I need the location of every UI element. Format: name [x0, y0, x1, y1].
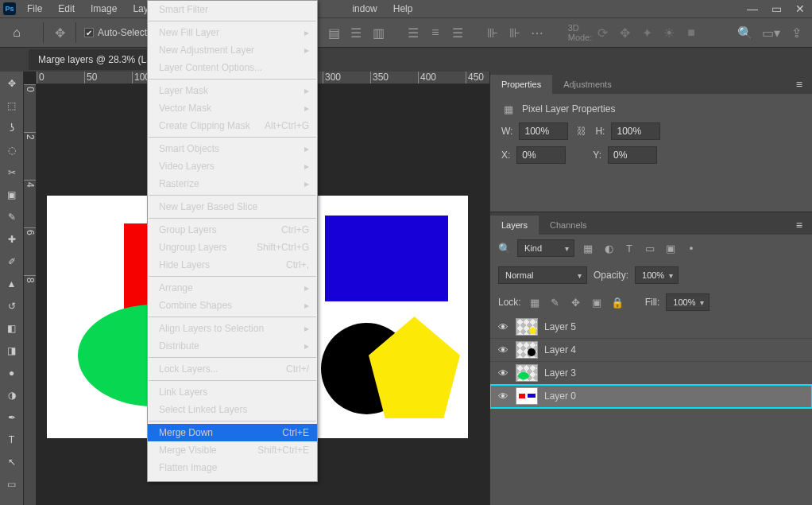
- filter-adjust-icon[interactable]: ◐: [601, 241, 616, 255]
- x-field[interactable]: 0%: [516, 146, 566, 164]
- tab-channels[interactable]: Channels: [539, 216, 597, 235]
- layer-row[interactable]: 👁 Layer 4: [490, 339, 812, 362]
- filter-kind-dropdown[interactable]: Kind: [517, 239, 574, 257]
- lock-art-icon[interactable]: ▣: [590, 295, 604, 309]
- more-icon[interactable]: ⋯: [529, 25, 545, 41]
- align-middle-icon[interactable]: ≡: [427, 25, 443, 41]
- mi-merge-visible[interactable]: Merge VisibleShift+Ctrl+E: [148, 441, 317, 459]
- pen-tool-icon[interactable]: ✒: [3, 409, 21, 426]
- mi-video-layers[interactable]: Video Layers▸: [148, 157, 317, 175]
- mi-vector-mask[interactable]: Vector Mask▸: [148, 99, 317, 117]
- move-tool-icon[interactable]: ✥: [3, 75, 21, 92]
- blur-tool-icon[interactable]: ●: [3, 364, 21, 382]
- auto-select-checkbox[interactable]: ✔: [84, 28, 94, 37]
- w-field[interactable]: 100%: [519, 122, 568, 140]
- mi-new-adjustment-layer[interactable]: New Adjustment Layer▸: [148, 41, 317, 59]
- 3d-orbit-icon[interactable]: ⟳: [594, 25, 610, 41]
- mi-flatten-image[interactable]: Flatten Image: [148, 459, 317, 476]
- align-top-icon[interactable]: ☰: [405, 25, 421, 41]
- visibility-icon[interactable]: 👁: [497, 321, 509, 333]
- shape-blue-rect[interactable]: [325, 216, 448, 301]
- mi-smart-objects[interactable]: Smart Objects▸: [148, 140, 317, 157]
- history-brush-icon[interactable]: ↺: [3, 297, 21, 315]
- filter-shape-icon[interactable]: ▭: [643, 241, 657, 255]
- filter-toggle-icon[interactable]: ●: [684, 241, 698, 255]
- window-close-icon[interactable]: ✕: [788, 0, 812, 17]
- crop-tool-icon[interactable]: ✂: [3, 164, 21, 181]
- align-center-h-icon[interactable]: ☰: [348, 25, 364, 41]
- menu-help[interactable]: Help: [393, 3, 413, 14]
- shape-tool-icon[interactable]: ▭: [3, 476, 21, 493]
- eyedropper-tool-icon[interactable]: ✎: [3, 208, 21, 226]
- mi-new-fill-layer[interactable]: New Fill Layer▸: [148, 24, 317, 41]
- 3d-light-icon[interactable]: ☀: [661, 25, 677, 41]
- y-field[interactable]: 0%: [608, 146, 657, 164]
- mi-lock-layers[interactable]: Lock Layers...Ctrl+/: [148, 360, 317, 378]
- menu-image[interactable]: Image: [91, 3, 117, 14]
- lock-trans-icon[interactable]: ▦: [528, 295, 542, 309]
- align-right-icon[interactable]: ▥: [370, 25, 386, 41]
- lock-pos-icon[interactable]: ✥: [569, 295, 583, 309]
- mi-group-layers[interactable]: Group LayersCtrl+G: [148, 221, 317, 239]
- layer-row[interactable]: 👁 Layer 5: [490, 316, 812, 339]
- align-bottom-icon[interactable]: ☰: [450, 25, 466, 41]
- mi-merge-down[interactable]: Merge DownCtrl+E: [148, 424, 317, 441]
- dodge-tool-icon[interactable]: ◑: [3, 387, 21, 404]
- mi-hide-layers[interactable]: Hide LayersCtrl+,: [148, 256, 317, 274]
- search-icon[interactable]: 🔍: [737, 25, 753, 41]
- frame-tool-icon[interactable]: ▣: [3, 186, 21, 204]
- filter-pixel-icon[interactable]: ▦: [581, 241, 595, 255]
- type-tool-icon[interactable]: T: [3, 431, 21, 449]
- mi-align[interactable]: Align Layers to Selection▸: [148, 320, 317, 337]
- tab-layers[interactable]: Layers: [490, 216, 539, 235]
- path-select-icon[interactable]: ↖: [3, 453, 21, 471]
- lasso-tool-icon[interactable]: ʖ: [3, 119, 21, 137]
- panel-menu-icon[interactable]: ≡: [793, 216, 806, 235]
- tab-properties[interactable]: Properties: [490, 75, 552, 94]
- menu-edit[interactable]: Edit: [58, 3, 75, 14]
- move-tool-icon[interactable]: ✥: [52, 25, 68, 41]
- menu-file[interactable]: File: [27, 3, 42, 14]
- mi-layer-mask[interactable]: Layer Mask▸: [148, 82, 317, 99]
- layer-row[interactable]: 👁 Layer 0: [490, 385, 812, 408]
- document-tab[interactable]: Marge layers @ 28.3% (Lay: [29, 49, 166, 70]
- artboard-icon[interactable]: ▭▾: [763, 25, 779, 41]
- share-icon[interactable]: ⇪: [788, 25, 804, 41]
- lock-all-icon[interactable]: 🔒: [610, 295, 624, 309]
- panel-menu-icon[interactable]: ≡: [793, 75, 806, 94]
- filter-type-icon[interactable]: T: [622, 241, 636, 255]
- window-min-icon[interactable]: —: [740, 0, 764, 17]
- 3d-pan-icon[interactable]: ✥: [617, 25, 632, 41]
- visibility-icon[interactable]: 👁: [497, 390, 509, 402]
- marquee-tool-icon[interactable]: ⬚: [3, 97, 21, 115]
- blend-mode-dropdown[interactable]: Normal: [498, 266, 587, 284]
- visibility-icon[interactable]: 👁: [497, 344, 509, 356]
- 3d-cam-icon[interactable]: ■: [683, 25, 699, 41]
- mi-arrange[interactable]: Arrange▸: [148, 279, 317, 297]
- stamp-tool-icon[interactable]: ▲: [3, 275, 21, 293]
- link-wh-icon[interactable]: ⛓: [574, 124, 589, 138]
- quick-select-tool-icon[interactable]: ◌: [3, 142, 21, 159]
- align-left-icon[interactable]: ▤: [326, 25, 342, 41]
- brush-tool-icon[interactable]: ✐: [3, 253, 21, 270]
- distribute-v-icon[interactable]: ⊪: [507, 25, 523, 41]
- distribute-h-icon[interactable]: ⊪: [485, 25, 501, 41]
- filter-smart-icon[interactable]: ▣: [663, 241, 678, 255]
- layer-row[interactable]: 👁 Layer 3: [490, 362, 812, 385]
- gradient-tool-icon[interactable]: ◨: [3, 342, 21, 359]
- 3d-zoom-icon[interactable]: ✦: [639, 25, 655, 41]
- eraser-tool-icon[interactable]: ◧: [3, 320, 21, 337]
- mi-clipping-mask[interactable]: Create Clipping MaskAlt+Ctrl+G: [148, 117, 317, 134]
- h-field[interactable]: 100%: [611, 122, 660, 140]
- mi-rasterize[interactable]: Rasterize▸: [148, 175, 317, 192]
- visibility-icon[interactable]: 👁: [497, 367, 509, 379]
- window-max-icon[interactable]: ▭: [764, 0, 788, 17]
- tab-adjustments[interactable]: Adjustments: [552, 75, 623, 94]
- menu-window[interactable]: indow: [352, 3, 377, 14]
- mi-new-layer-slice[interactable]: New Layer Based Slice: [148, 198, 317, 216]
- opacity-field[interactable]: 100%: [635, 266, 679, 284]
- fill-field[interactable]: 100%: [666, 293, 710, 311]
- home-icon[interactable]: ⌂: [8, 24, 25, 41]
- heal-tool-icon[interactable]: ✚: [3, 231, 21, 248]
- lock-image-icon[interactable]: ✎: [548, 295, 563, 309]
